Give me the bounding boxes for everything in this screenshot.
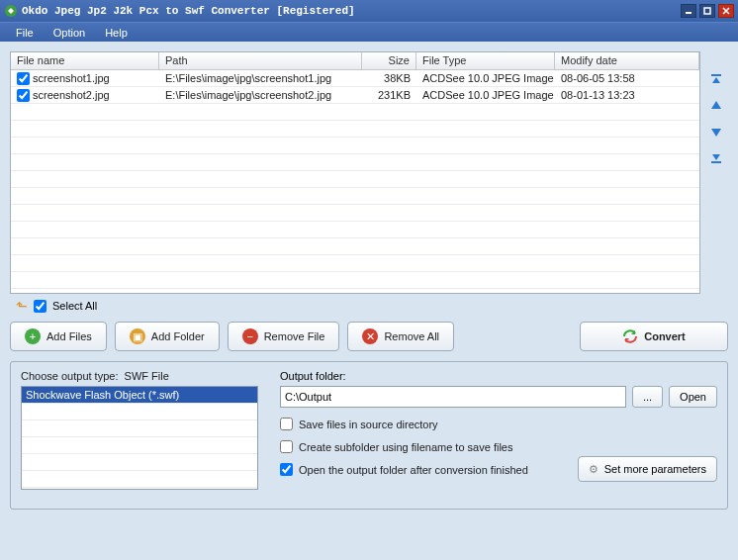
remove-file-button[interactable]: −Remove File — [228, 322, 340, 351]
select-all-checkbox[interactable] — [34, 300, 46, 313]
save-in-source-label: Save files in source directory — [299, 419, 438, 430]
output-type-option[interactable]: Shockwave Flash Object (*.swf) — [22, 387, 257, 404]
browse-button[interactable]: ... — [632, 386, 663, 408]
output-type-list[interactable]: Shockwave Flash Object (*.swf) — [21, 386, 258, 490]
output-panel: Choose output type: SWF File Shockwave F… — [10, 361, 728, 510]
select-all-label: Select All — [52, 300, 97, 312]
cell-type: ACDSee 10.0 JPEG Image — [416, 71, 555, 85]
title-bar: Okdo Jpeg Jp2 J2k Pcx to Swf Converter [… — [0, 0, 738, 22]
cell-name: screenshot1.jpg — [33, 72, 110, 84]
close-button[interactable] — [718, 4, 734, 18]
action-buttons: +Add Files ▣Add Folder −Remove File ✕Rem… — [10, 322, 728, 351]
cell-date: 08-01-13 13:23 — [555, 88, 699, 102]
open-after-label: Open the output folder after conversion … — [299, 464, 528, 476]
title-text: Okdo Jpeg Jp2 J2k Pcx to Swf Converter [… — [22, 5, 681, 17]
col-size[interactable]: Size — [362, 52, 416, 69]
svg-rect-3 — [711, 74, 721, 76]
app-icon — [4, 4, 18, 18]
output-folder-input[interactable] — [280, 386, 626, 408]
open-folder-button[interactable]: Open — [669, 386, 717, 408]
window-buttons — [681, 4, 734, 18]
col-path[interactable]: Path — [159, 52, 362, 69]
cell-type: ACDSee 10.0 JPEG Image — [416, 88, 555, 102]
file-list-header: File name Path Size File Type Modify dat… — [11, 52, 699, 70]
output-folder-label: Output folder: — [280, 370, 717, 382]
svg-rect-4 — [711, 161, 721, 163]
convert-button[interactable]: Convert — [580, 322, 728, 351]
row-checkbox[interactable] — [17, 72, 30, 85]
row-checkbox[interactable] — [17, 89, 30, 102]
cell-size: 231KB — [362, 88, 416, 102]
table-row[interactable]: screenshot2.jpg E:\Files\image\jpg\scree… — [11, 87, 699, 104]
output-type-label: Choose output type: SWF File — [21, 370, 258, 382]
create-subfolder-checkbox[interactable] — [280, 440, 293, 453]
folder-icon: ▣ — [130, 328, 145, 344]
add-folder-button[interactable]: ▣Add Folder — [115, 322, 220, 351]
move-top-button[interactable] — [706, 71, 726, 89]
parent-folder-icon[interactable]: ⬑ — [16, 298, 28, 314]
menu-help[interactable]: Help — [97, 25, 136, 41]
main-content: File name Path Size File Type Modify dat… — [0, 42, 738, 517]
move-down-button[interactable] — [706, 123, 726, 140]
minus-icon: − — [242, 328, 258, 344]
save-in-source-checkbox[interactable] — [280, 418, 293, 430]
gear-icon: ⚙ — [589, 463, 599, 476]
col-filetype[interactable]: File Type — [416, 52, 555, 69]
svg-rect-2 — [704, 8, 710, 14]
open-after-checkbox[interactable] — [280, 463, 293, 476]
cell-path: E:\Files\image\jpg\screenshot2.jpg — [159, 88, 362, 102]
move-bottom-button[interactable] — [706, 148, 726, 166]
table-row[interactable]: screenshot1.jpg E:\Files\image\jpg\scree… — [11, 70, 699, 87]
svg-rect-1 — [686, 12, 692, 14]
reorder-arrows — [706, 51, 728, 294]
add-files-button[interactable]: +Add Files — [10, 322, 107, 351]
cell-size: 38KB — [362, 71, 416, 85]
convert-icon — [622, 328, 638, 344]
cell-date: 08-06-05 13:58 — [555, 71, 699, 85]
col-filename[interactable]: File name — [11, 52, 159, 69]
cell-path: E:\Files\image\jpg\screenshot1.jpg — [159, 71, 362, 85]
remove-all-button[interactable]: ✕Remove All — [347, 322, 454, 351]
maximize-button[interactable] — [699, 4, 715, 18]
create-subfolder-label: Create subfolder using filename to save … — [299, 441, 512, 453]
x-icon: ✕ — [362, 328, 378, 344]
plus-icon: + — [25, 328, 41, 344]
menu-option[interactable]: Option — [46, 25, 93, 41]
menu-file[interactable]: File — [8, 25, 42, 41]
set-more-parameters-button[interactable]: ⚙Set more parameters — [578, 456, 717, 482]
move-up-button[interactable] — [706, 97, 726, 115]
col-modifydate[interactable]: Modify date — [555, 52, 699, 69]
menu-bar: File Option Help — [0, 22, 738, 42]
select-all-row: ⬑ Select All — [10, 298, 728, 314]
cell-name: screenshot2.jpg — [33, 89, 110, 101]
minimize-button[interactable] — [681, 4, 696, 18]
file-list[interactable]: File name Path Size File Type Modify dat… — [10, 51, 700, 294]
